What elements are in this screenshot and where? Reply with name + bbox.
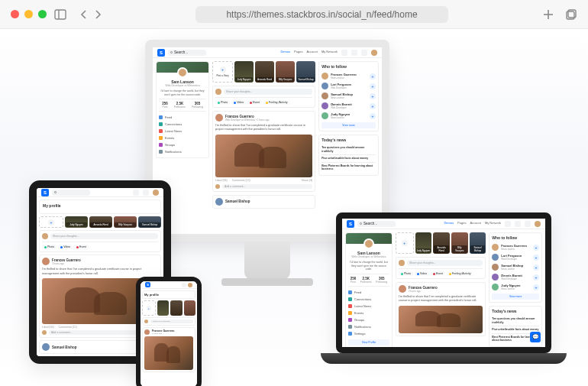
- post-likes[interactable]: Liked (56): [215, 179, 228, 182]
- add-story[interactable]: +: [142, 300, 156, 316]
- tabs-icon[interactable]: [565, 8, 577, 21]
- follow-button[interactable]: +: [370, 93, 376, 99]
- add-story[interactable]: +: [39, 216, 63, 228]
- chat-icon[interactable]: [133, 190, 139, 196]
- follow-button[interactable]: +: [533, 284, 539, 290]
- nav-demos[interactable]: Demos: [444, 221, 454, 227]
- user-avatar[interactable]: [535, 221, 541, 227]
- action-video[interactable]: Video: [231, 100, 246, 105]
- story-1[interactable]: Judy Nguyen: [65, 216, 88, 228]
- story-4[interactable]: Samuel Bishop: [296, 61, 315, 83]
- menu-feed[interactable]: Feed: [348, 289, 389, 296]
- maximize-window[interactable]: [38, 10, 47, 18]
- nav-pages[interactable]: Pages: [457, 221, 466, 227]
- follow-button[interactable]: +: [370, 83, 376, 89]
- forward-button[interactable]: [94, 9, 102, 20]
- post-comments[interactable]: Comments (12): [232, 179, 250, 182]
- post-avatar[interactable]: [215, 114, 223, 122]
- news-item[interactable]: Five unbelievable facts about money: [321, 155, 376, 163]
- user-avatar[interactable]: [153, 190, 159, 196]
- search-input[interactable]: Search...: [357, 221, 396, 227]
- menu-feed[interactable]: Feed: [159, 114, 206, 121]
- app-logo[interactable]: S: [145, 282, 150, 287]
- url-field[interactable]: https://themes.stackbros.in/social_n/fee…: [195, 6, 447, 23]
- view-more-button[interactable]: View more: [321, 122, 376, 128]
- add-story[interactable]: +Post a Story: [212, 61, 233, 83]
- user-avatar[interactable]: [188, 283, 192, 287]
- app-logo[interactable]: S: [347, 220, 354, 228]
- follow-button[interactable]: +: [370, 103, 376, 109]
- search-input[interactable]: Search...: [168, 50, 206, 56]
- bell-icon[interactable]: [525, 221, 531, 227]
- menu-events[interactable]: Events: [348, 310, 389, 316]
- nav-pages[interactable]: Pages: [294, 50, 302, 56]
- composer-input[interactable]: Share your thoughts...: [407, 260, 483, 266]
- chat-icon[interactable]: [505, 221, 511, 227]
- action-event[interactable]: Event: [247, 100, 262, 105]
- back-button[interactable]: [80, 9, 88, 20]
- chat-icon[interactable]: [341, 50, 347, 56]
- menu-notifications[interactable]: Notifications: [159, 148, 206, 155]
- view-profile-link[interactable]: View Profile: [348, 339, 389, 345]
- bell-icon[interactable]: [143, 190, 149, 196]
- menu-icon[interactable]: [182, 283, 186, 287]
- post2-avatar[interactable]: [215, 198, 223, 206]
- minimize-window[interactable]: [24, 10, 33, 18]
- story-2[interactable]: [170, 300, 183, 316]
- sidebar-toggle-icon[interactable]: [54, 9, 66, 20]
- menu-events[interactable]: Events: [159, 135, 206, 141]
- story-3[interactable]: [184, 300, 196, 316]
- composer-input[interactable]: Share your thoughts...: [150, 320, 193, 323]
- action-feeling[interactable]: Feeling /Activity: [447, 271, 473, 276]
- follow-button[interactable]: +: [533, 255, 539, 261]
- profile-avatar[interactable]: [177, 67, 188, 78]
- follow-button[interactable]: +: [533, 264, 539, 271]
- news-item[interactable]: Ten questions you should answer truthful…: [321, 144, 376, 155]
- settings-icon[interactable]: [351, 50, 357, 56]
- post-share[interactable]: Share (3): [302, 179, 313, 182]
- nav-account[interactable]: Account: [306, 50, 317, 56]
- menu-groups[interactable]: Groups: [348, 316, 389, 323]
- menu-connections[interactable]: Connections: [159, 121, 206, 128]
- post-image[interactable]: [399, 306, 483, 333]
- story-4[interactable]: Samuel Bishop: [138, 216, 161, 228]
- chat-fab[interactable]: 💬: [530, 332, 541, 342]
- action-photo[interactable]: Photo: [399, 271, 413, 276]
- action-video[interactable]: Video: [415, 271, 429, 276]
- action-photo[interactable]: Photo: [215, 100, 230, 105]
- story-3[interactable]: Billy Vasquez: [451, 232, 468, 254]
- story-2[interactable]: Amanda Reed: [433, 232, 450, 254]
- comment-input[interactable]: Add a comment...: [222, 184, 312, 189]
- follow-button[interactable]: +: [533, 245, 539, 251]
- app-logo[interactable]: S: [41, 189, 49, 196]
- composer-input[interactable]: Share your thoughts...: [50, 233, 158, 239]
- new-tab-button[interactable]: [542, 8, 554, 21]
- follow-button[interactable]: +: [370, 73, 376, 79]
- bell-icon[interactable]: [361, 50, 367, 56]
- action-feeling[interactable]: Feeling /Activity: [263, 100, 290, 105]
- search-input[interactable]: [52, 190, 90, 196]
- user-avatar[interactable]: [371, 50, 377, 56]
- story-1[interactable]: Judy Nguyen: [234, 61, 254, 83]
- post-image[interactable]: [144, 336, 193, 370]
- close-window[interactable]: [11, 10, 19, 18]
- menu-settings[interactable]: Settings: [348, 330, 389, 337]
- story-1[interactable]: Judy Nguyen: [415, 232, 432, 254]
- story-3[interactable]: Billy Vasquez: [114, 216, 137, 228]
- nav-demos[interactable]: Demos: [280, 50, 290, 56]
- follow-button[interactable]: +: [370, 113, 376, 119]
- menu-notifications[interactable]: Notifications: [348, 323, 389, 330]
- action-event[interactable]: Event: [74, 245, 89, 249]
- news-item[interactable]: Ten questions you should answer truthful…: [492, 316, 539, 326]
- news-item[interactable]: Best Pinterest Boards for learning about…: [321, 163, 376, 173]
- add-story[interactable]: +: [396, 232, 414, 254]
- view-more-button[interactable]: View more: [492, 294, 539, 300]
- composer-input[interactable]: Share your thoughts...: [224, 89, 312, 95]
- story-2[interactable]: Amanda Reed: [89, 216, 112, 228]
- menu-groups[interactable]: Groups: [159, 141, 206, 148]
- post-image[interactable]: [215, 135, 312, 177]
- story-4[interactable]: Samuel Bishop: [470, 232, 486, 254]
- action-video[interactable]: Video: [58, 245, 73, 249]
- nav-network[interactable]: My Network: [321, 50, 338, 56]
- action-event[interactable]: Event: [431, 271, 445, 276]
